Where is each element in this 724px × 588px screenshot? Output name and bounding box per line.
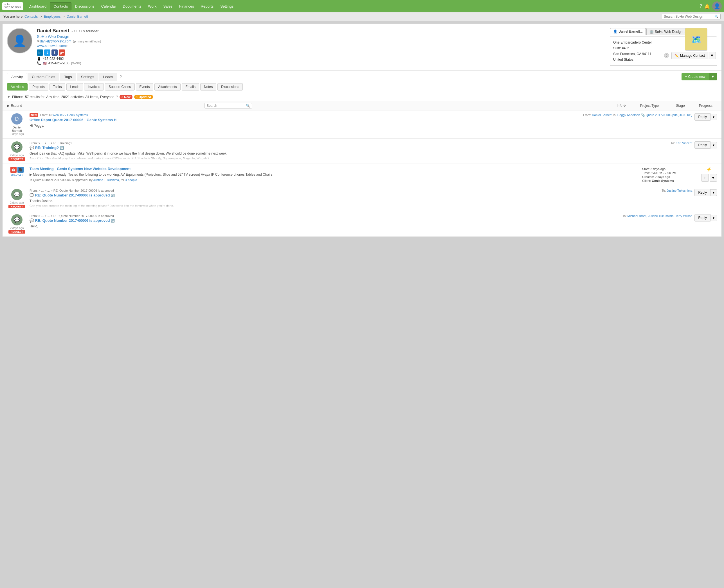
act-time-act2: 2 days ago xyxy=(8,154,25,157)
subtab-attachments[interactable]: Attachments xyxy=(155,83,181,90)
subtab-tasks[interactable]: Tasks xyxy=(49,83,65,90)
contact-help-icon[interactable]: ? xyxy=(664,53,669,58)
act-from-org-act1[interactable]: WebDev - Genix Systems xyxy=(52,113,88,117)
nav-dashboard[interactable]: Dashboard xyxy=(25,2,50,10)
contact-company[interactable]: SoHo Web Design xyxy=(37,34,606,39)
nav-reports[interactable]: Reports xyxy=(198,2,217,10)
meeting-people-link[interactable]: 4 people xyxy=(125,178,137,182)
activities-list-header: ▶ Expand 🔍 Info ⚙ Project Type Stage Pro… xyxy=(2,101,722,110)
notifications-icon[interactable]: 🔔 xyxy=(704,4,710,9)
tabs-help-icon[interactable]: ? xyxy=(120,75,122,79)
reply-group-act5: Reply ▼ xyxy=(695,214,717,222)
subtab-notes[interactable]: Notes xyxy=(200,83,216,90)
nav-documents[interactable]: Documents xyxy=(120,2,145,10)
act-to-person-act4[interactable]: Justine Tukushima xyxy=(667,189,692,192)
manage-contact-dropdown[interactable]: ▼ xyxy=(708,52,716,59)
meeting-person-link[interactable]: Justine Tukushima xyxy=(94,178,119,182)
subtab-leads[interactable]: Leads xyxy=(66,83,83,90)
col-header-stage: Stage xyxy=(666,104,695,108)
nav-sales[interactable]: Sales xyxy=(160,2,176,10)
reply-button-act1[interactable]: Reply xyxy=(695,113,710,121)
nav-settings[interactable]: Settings xyxy=(217,2,237,10)
contact-phone: 📱 415-922-4492 📞 🇺🇸 415-625-5136 (Work) xyxy=(37,57,606,65)
meeting-add-button[interactable]: + xyxy=(701,174,708,182)
act-meta-act4: 2 days ago REQUEST xyxy=(8,201,25,208)
nav-finances[interactable]: Finances xyxy=(176,2,198,10)
manage-contact-button[interactable]: ✏️ Manage Contact xyxy=(671,52,708,59)
facebook-icon[interactable]: f xyxy=(52,49,58,56)
meeting-number[interactable]: #0-2243 xyxy=(11,173,22,177)
activities-search-icon[interactable]: 🔍 xyxy=(246,104,250,108)
breadcrumb-employees[interactable]: Employees xyxy=(44,15,60,19)
act-to-person-act2[interactable]: Karl Vincent xyxy=(676,141,692,145)
filter-icon[interactable]: ▼ xyxy=(7,95,11,99)
help-icon[interactable]: ? xyxy=(700,4,702,9)
reply-dropdown-act5[interactable]: ▼ xyxy=(710,215,717,221)
meeting-title[interactable]: Team Meeting - Genix Systems New Website… xyxy=(29,167,639,171)
tab-settings[interactable]: Settings xyxy=(77,73,98,81)
act-to-person-act1[interactable]: Peggy Anderson xyxy=(617,113,640,117)
reply-button-act2[interactable]: Reply xyxy=(695,141,710,149)
googleplus-icon[interactable]: g+ xyxy=(59,49,65,56)
tab-tags[interactable]: Tags xyxy=(60,73,76,81)
nav-work[interactable]: Work xyxy=(145,2,160,10)
subtab-support-cases[interactable]: Support Cases xyxy=(105,83,135,90)
act-from-person-act1[interactable]: Daniel Barnett xyxy=(592,113,612,117)
linkedin-icon[interactable]: in xyxy=(37,49,43,56)
help-filter-icon[interactable]: ? xyxy=(116,95,118,99)
address-tab-company[interactable]: 🏢 SoHo Web Design... xyxy=(646,28,688,35)
act-title-act1[interactable]: Office Depot Quote 2017-00006 - Genix Sy… xyxy=(29,118,580,122)
act-to-persons-act5[interactable]: Michael Brodt, Justine Tukushima, Terry … xyxy=(627,214,692,217)
act-title-act4[interactable]: 💬 RE: Quote Number 2017-00006 is approve… xyxy=(29,193,659,197)
nav-discussions[interactable]: Discussions xyxy=(72,2,98,10)
act-title-act5[interactable]: 💬 RE: Quote Number 2017-00006 is approve… xyxy=(29,218,620,223)
breadcrumb-current[interactable]: Daniel Barnett xyxy=(67,15,88,19)
badge-updated: 1 Updated xyxy=(134,95,153,99)
calendar-icon: 📅 xyxy=(11,167,17,173)
col-info-sort-icon[interactable]: ⚙ xyxy=(623,104,626,107)
logo[interactable]: soho WEB DESIGN xyxy=(2,2,23,10)
meeting-add-dropdown[interactable]: ▼ xyxy=(710,174,717,182)
breadcrumb-contacts[interactable]: Contacts xyxy=(24,15,38,19)
global-search-button[interactable]: 🔍 xyxy=(715,15,719,19)
global-search: 🔍 xyxy=(662,14,721,19)
tab-activity[interactable]: Activity xyxy=(7,73,27,81)
lightning-icon: ⚡ xyxy=(706,167,712,172)
reply-dropdown-act2[interactable]: ▼ xyxy=(710,142,717,148)
global-search-input[interactable] xyxy=(664,15,715,19)
act-attachment-act1[interactable]: Quote 2017-00006.pdf (90.00 KB) xyxy=(646,113,692,117)
create-new-button[interactable]: + Create new xyxy=(682,73,708,80)
expand-play-icon: ▶ xyxy=(7,104,9,108)
tab-leads[interactable]: Leads xyxy=(99,73,117,81)
map-thumbnail[interactable]: 🗺️ xyxy=(685,28,707,50)
avatar-act1: D xyxy=(11,113,22,125)
act-title-act2[interactable]: 💬 RE: Training? 🔄 xyxy=(29,146,668,150)
user-avatar[interactable]: 👤 xyxy=(712,1,722,11)
subtab-discussions[interactable]: Discussions xyxy=(217,83,243,90)
video-icon: 🎥 xyxy=(17,167,24,173)
contact-website[interactable]: www.sohoweb.com xyxy=(37,44,66,48)
reply-button-act4[interactable]: Reply xyxy=(695,189,710,196)
subtab-activities[interactable]: Activities xyxy=(7,83,27,90)
contact-email[interactable]: daniel@worketc.com xyxy=(40,39,72,43)
act-from-act5: From: > ... > ... > RE: Quote Number 201… xyxy=(29,214,620,217)
contact-title: - CEO & founder xyxy=(72,29,98,33)
tab-custom-fields[interactable]: Custom Fields xyxy=(27,73,59,81)
reply-dropdown-act1[interactable]: ▼ xyxy=(710,114,717,120)
subtab-events[interactable]: Events xyxy=(136,83,154,90)
twitter-icon[interactable]: t xyxy=(44,49,51,56)
reply-dropdown-act4[interactable]: ▼ xyxy=(710,189,717,196)
act-time-act5: 2 days ago xyxy=(8,227,25,230)
subtab-emails[interactable]: Emails xyxy=(182,83,199,90)
create-new-dropdown[interactable]: ▼ xyxy=(709,73,717,80)
nav-calendar[interactable]: Calendar xyxy=(98,2,120,10)
expand-button[interactable]: ▶ Expand xyxy=(7,104,22,108)
subtab-projects[interactable]: Projects xyxy=(29,83,48,90)
create-new-area: + Create new ▼ xyxy=(682,73,717,80)
reply-button-act5[interactable]: Reply xyxy=(695,214,710,222)
subtab-invoices[interactable]: Invoices xyxy=(84,83,104,90)
breadcrumb-sep2: > xyxy=(63,15,65,19)
activities-search-input[interactable] xyxy=(206,104,246,108)
address-tab-person[interactable]: 👤 Daniel Barnett... xyxy=(610,28,646,35)
nav-contacts[interactable]: Contacts xyxy=(50,2,72,10)
